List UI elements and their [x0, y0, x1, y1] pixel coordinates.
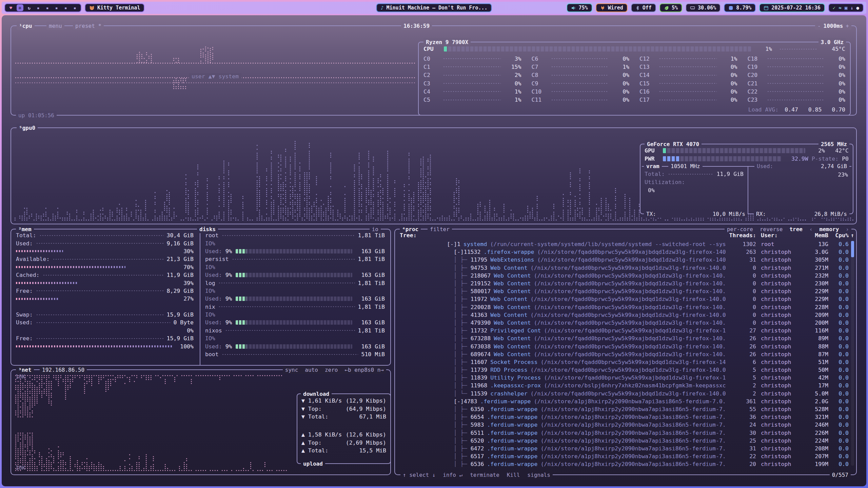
- disk-used-meter: [236, 344, 352, 349]
- core-pct: 1%: [504, 88, 521, 95]
- window-title[interactable]: Kitty Terminal: [85, 3, 144, 12]
- process-cpu: 0.0: [828, 288, 849, 294]
- workspace-icon[interactable]: ▪: [53, 4, 60, 11]
- sort-next-button[interactable]: ›: [846, 226, 849, 232]
- power-profile-module[interactable]: 5%: [659, 3, 682, 12]
- system-tray: ✓ ≈ ▣ ↓ ●: [828, 3, 864, 12]
- proc-option-button[interactable]: reverse: [760, 226, 783, 232]
- mem-row-label: Used:: [16, 240, 33, 247]
- process-user: christoph: [756, 382, 798, 389]
- mem-row-pct: 70%: [173, 264, 194, 270]
- bluetooth-module[interactable]: Off: [631, 3, 656, 12]
- process-cpu: 0.0: [828, 367, 849, 373]
- process-user: christoph: [756, 398, 798, 405]
- net-control-button[interactable]: ←b enp8s0 n→: [344, 367, 384, 373]
- disk-io-label: IO%: [205, 240, 215, 247]
- disk-name: log: [205, 280, 215, 286]
- mem-disks-divider: [200, 229, 200, 365]
- process-user: christoph: [756, 249, 798, 255]
- process-threads: 36: [726, 414, 756, 420]
- disk-module[interactable]: 8.79%: [724, 3, 756, 12]
- tray-icon[interactable]: ✓: [833, 5, 835, 11]
- process-mem: 209M: [798, 312, 828, 318]
- proc-footer-button[interactable]: info ↵: [443, 472, 462, 478]
- volume-module[interactable]: 75%: [567, 3, 592, 12]
- core-row: C6 0%: [532, 55, 630, 63]
- proc-scrollbar-track[interactable]: [851, 241, 854, 466]
- process-mem: 226M: [798, 430, 828, 436]
- process-cpu: 0.0: [828, 438, 849, 444]
- workspace-icon[interactable]: ❄: [17, 4, 23, 11]
- process-mem: 229M: [798, 296, 828, 302]
- music-player[interactable]: ♪ Minuit Machine – Don't Run Fro...: [376, 3, 492, 12]
- disk-used-pct: 9%: [225, 248, 232, 255]
- proc-option-button[interactable]: tree: [789, 226, 803, 232]
- cpu-temp: 45°C: [824, 46, 845, 52]
- mem-row-label: Cached:: [16, 272, 40, 278]
- net-control-button[interactable]: zero: [325, 367, 338, 373]
- proc-options: per-corereversetree ‹ memory ›: [725, 225, 851, 233]
- process-mem: 13G: [798, 241, 828, 247]
- bluetooth-icon: [635, 5, 640, 11]
- workspace-icon[interactable]: ↻: [26, 4, 33, 11]
- net-control-button[interactable]: auto: [305, 367, 318, 373]
- tray-icon[interactable]: ●: [856, 5, 859, 11]
- disk-name: root: [205, 232, 219, 239]
- tray-icon[interactable]: ≈: [839, 5, 841, 11]
- memory-module[interactable]: 30.06%: [686, 3, 721, 12]
- music-note-icon: ♪: [380, 5, 383, 11]
- proc-option-button[interactable]: per-core: [727, 226, 753, 232]
- network-module[interactable]: Wired: [596, 3, 628, 12]
- interval-minus-button[interactable]: -: [817, 23, 821, 29]
- proc-footer-button[interactable]: signals: [527, 472, 550, 478]
- core-pct: 0%: [612, 80, 629, 87]
- disk-name: nix: [205, 304, 215, 310]
- cat-icon: [89, 5, 95, 11]
- mem-row: Free: 8,29 GiB 27%: [16, 287, 194, 303]
- core-pct: 1%: [720, 56, 737, 62]
- proc-footer-button[interactable]: Kill: [507, 472, 520, 478]
- core-row: C8 0%: [532, 71, 630, 79]
- mem-row-label: Swap:: [16, 311, 33, 318]
- net-panel: ³net 192.168.86.50 syncautozero←b enp8s0…: [11, 369, 391, 475]
- disks-io-button[interactable]: io: [370, 225, 381, 233]
- process-threads: 26: [726, 335, 756, 342]
- workspace-icon[interactable]: ♥: [7, 4, 14, 11]
- workspace-icon[interactable]: ▪: [44, 4, 51, 11]
- loadavg-label: Load AVG:: [748, 106, 778, 113]
- process-threads: 0: [726, 265, 756, 271]
- mem-row-value: 11,9 GiB: [167, 272, 194, 278]
- disk-used-label: Used:: [205, 272, 222, 278]
- preset-button[interactable]: preset *: [73, 22, 104, 30]
- clock-module[interactable]: 2025-07-22 16:36: [759, 3, 825, 12]
- interval-value: 1000ms: [824, 23, 843, 29]
- workspace-icon[interactable]: ▪: [62, 4, 69, 11]
- process-user: christoph: [756, 320, 798, 326]
- core-name: C4: [423, 88, 440, 95]
- proc-filter-button[interactable]: filter: [428, 225, 452, 233]
- download-stat-row: ▼ Total: 67,1 MiB: [301, 413, 386, 421]
- uptime-label: up 01:05:56: [16, 111, 57, 119]
- proc-footer-button[interactable]: ↑ select ↓: [403, 472, 435, 478]
- process-user: christoph: [756, 461, 798, 467]
- gpu-pstate-value: P0: [842, 156, 849, 162]
- process-row[interactable]: │ ├─ 6536.ferdium-wrappe(/nix/store/a1pj…: [400, 460, 849, 467]
- sort-prev-button[interactable]: ‹: [809, 226, 813, 232]
- process-threads: 22: [726, 453, 756, 460]
- vram-used-pct: 23%: [838, 171, 848, 178]
- speaker-icon: [571, 5, 576, 11]
- tray-icon[interactable]: ↓: [850, 5, 853, 11]
- interval-plus-button[interactable]: +: [846, 23, 849, 29]
- menu-button[interactable]: menu: [46, 22, 64, 30]
- tray-icon[interactable]: ▣: [845, 5, 847, 11]
- process-cpu: 0.0: [828, 351, 849, 358]
- process-mem: 305M: [798, 257, 828, 263]
- scroll-up-arrow[interactable]: ↑: [851, 232, 854, 239]
- workspace-icon[interactable]: ▪: [72, 4, 78, 11]
- net-control-button[interactable]: sync: [285, 367, 298, 373]
- workspace-icon[interactable]: ▪: [35, 4, 42, 11]
- proc-footer-button[interactable]: terminate: [470, 472, 499, 478]
- process-user: christoph: [756, 374, 798, 381]
- proc-scrollbar-thumb[interactable]: [851, 241, 854, 257]
- core-row: C5 1%: [423, 96, 521, 104]
